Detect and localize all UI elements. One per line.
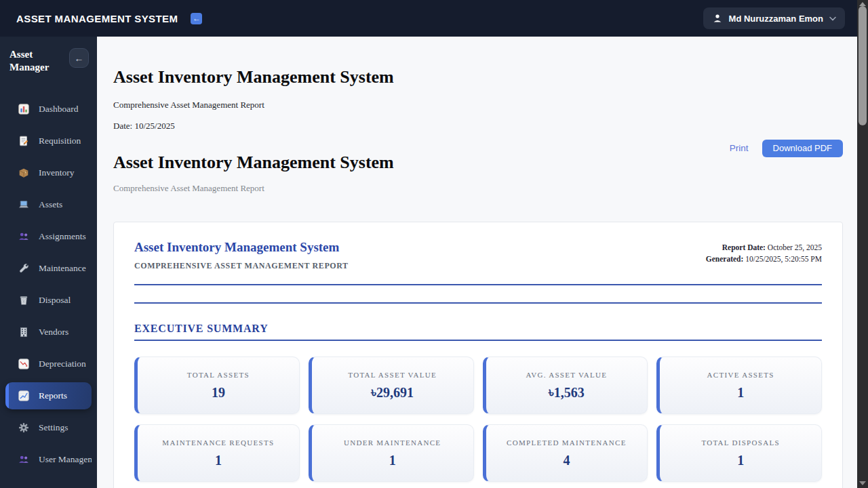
divider (134, 302, 822, 304)
stat-card-completed-maintenance: COMPLETED MAINTENANCE 4 (483, 424, 648, 482)
sidebar-item-label: Disposal (39, 295, 71, 306)
report-document: Asset Inventory Management System COMPRE… (113, 222, 843, 488)
stat-value: ৳29,691 (371, 385, 414, 401)
sidebar-item-settings[interactable]: Settings (5, 414, 92, 441)
download-pdf-button[interactable]: Download PDF (762, 140, 843, 157)
stat-value: 4 (563, 453, 570, 468)
stat-value: 1 (737, 385, 744, 401)
memo-icon (18, 135, 30, 147)
gear-icon (18, 422, 30, 434)
sidebar-item-reports[interactable]: Reports (5, 382, 92, 409)
stat-card-maintenance-requests: MAINTENANCE REQUESTS 1 (134, 424, 300, 482)
generated-label: Generated: (706, 255, 744, 263)
section-title-executive-summary: EXECUTIVE SUMMARY (134, 323, 822, 335)
page-date: Date: 10/25/2025 (113, 121, 843, 131)
print-button[interactable]: Print (730, 143, 749, 153)
stat-label: ACTIVE ASSETS (707, 371, 774, 379)
divider (134, 284, 822, 285)
stat-label: TOTAL ASSET VALUE (348, 371, 437, 379)
sidebar-collapse-button[interactable]: ← (69, 48, 89, 68)
stat-card-total-assets: TOTAL ASSETS 19 (134, 357, 300, 414)
user-name: Md Nuruzzaman Emon (729, 14, 823, 24)
stat-card-avg-asset-value: AVG. ASSET VALUE ৳1,563 (483, 357, 648, 414)
main-content: Asset Inventory Management System Compre… (97, 37, 857, 488)
stat-card-active-assets: ACTIVE ASSETS 1 (656, 357, 822, 414)
chart-down-icon (18, 358, 30, 370)
stat-value: 1 (215, 453, 222, 468)
generated-value: 10/25/2025, 5:20:55 PM (745, 255, 822, 263)
sidebar-item-requisition[interactable]: Requisition (5, 127, 92, 155)
sidebar-item-label: User Management (39, 454, 92, 465)
vertical-scrollbar[interactable] (857, 0, 868, 488)
sidebar-item-depreciation[interactable]: Depreciation (5, 350, 92, 378)
wrench-icon (18, 262, 30, 274)
stat-card-total-asset-value: TOTAL ASSET VALUE ৳29,691 (309, 357, 474, 414)
package-icon (18, 167, 30, 179)
sidebar-item-label: Maintenance (39, 263, 86, 274)
report-date-label: Report Date: (722, 243, 766, 251)
sidebar-item-vendors[interactable]: Vendors (5, 319, 92, 346)
sidebar-item-assignments[interactable]: Assignments (5, 223, 92, 250)
sidebar-item-label: Dashboard (39, 104, 78, 115)
preview-subtitle: Comprehensive Asset Management Report (113, 183, 843, 194)
stat-value: 1 (389, 453, 396, 468)
stat-label: TOTAL DISPOSALS (701, 439, 780, 447)
top-bar: ASSET MANAGEMENT SYSTEM ← Md Nuruzzaman … (0, 0, 868, 37)
sidebar-item-label: Inventory (39, 167, 74, 178)
sidebar-item-label: Assignments (39, 231, 86, 242)
sidebar-item-disposal[interactable]: Disposal (5, 287, 92, 314)
chart-up-icon (18, 390, 30, 402)
scrollbar-thumb[interactable] (859, 6, 867, 125)
stat-value: 19 (212, 385, 225, 401)
stat-label: COMPLETED MAINTENANCE (507, 439, 627, 447)
user-menu-button[interactable]: Md Nuruzzaman Emon (703, 7, 845, 29)
chevron-down-icon (829, 16, 836, 21)
sidebar-toggle-icon[interactable]: ← (191, 13, 202, 24)
sidebar-item-label: Reports (39, 390, 67, 401)
executive-summary-stats: TOTAL ASSETS 19 TOTAL ASSET VALUE ৳29,69… (134, 357, 822, 482)
people-icon (18, 453, 30, 466)
sidebar-item-dashboard[interactable]: Dashboard (5, 96, 92, 123)
report-title: Asset Inventory Management System (134, 240, 349, 255)
sidebar-item-label: Depreciation (39, 359, 86, 369)
preview-title: Asset Inventory Management System (113, 152, 843, 174)
stat-label: UNDER MAINTENANCE (344, 439, 441, 447)
stat-label: MAINTENANCE REQUESTS (162, 439, 274, 447)
stat-card-under-maintenance: UNDER MAINTENANCE 1 (309, 424, 474, 482)
report-date-value: October 25, 2025 (768, 243, 822, 251)
active-indicator (5, 382, 9, 409)
stat-label: TOTAL ASSETS (187, 371, 250, 379)
bar-chart-icon (18, 103, 30, 115)
user-icon (712, 13, 723, 24)
stat-value: 1 (737, 453, 744, 468)
sidebar-brand: Asset Manager (9, 48, 54, 74)
sidebar-item-label: Settings (39, 422, 68, 433)
page-title: Asset Inventory Management System (113, 66, 843, 89)
divider (134, 340, 822, 341)
sidebar: Asset Manager ← Dashboard Requisition In… (0, 37, 97, 488)
report-subtitle: COMPREHENSIVE ASSET MANAGEMENT REPORT (134, 261, 349, 271)
sidebar-item-label: Requisition (39, 136, 81, 146)
stat-value: ৳1,563 (549, 385, 585, 401)
laptop-icon (18, 199, 30, 211)
report-meta: Report Date: October 25, 2025 Generated:… (706, 240, 822, 271)
sidebar-nav: Dashboard Requisition Inventory Assets A (0, 96, 97, 473)
sidebar-item-user-management[interactable]: User Management (5, 446, 92, 473)
stat-card-total-disposals: TOTAL DISPOSALS 1 (656, 424, 822, 482)
sidebar-item-label: Assets (39, 199, 62, 210)
scroll-down-arrow-icon[interactable] (859, 481, 866, 485)
sidebar-item-assets[interactable]: Assets (5, 191, 92, 218)
sidebar-item-maintenance[interactable]: Maintenance (5, 255, 92, 282)
page-subtitle: Comprehensive Asset Management Report (113, 100, 843, 110)
sidebar-item-inventory[interactable]: Inventory (5, 159, 92, 186)
app-title: ASSET MANAGEMENT SYSTEM (16, 13, 178, 24)
stat-label: AVG. ASSET VALUE (526, 371, 607, 379)
building-icon (18, 326, 30, 338)
sidebar-item-label: Vendors (39, 327, 68, 338)
people-icon (18, 230, 30, 243)
wastebasket-icon (18, 294, 30, 306)
